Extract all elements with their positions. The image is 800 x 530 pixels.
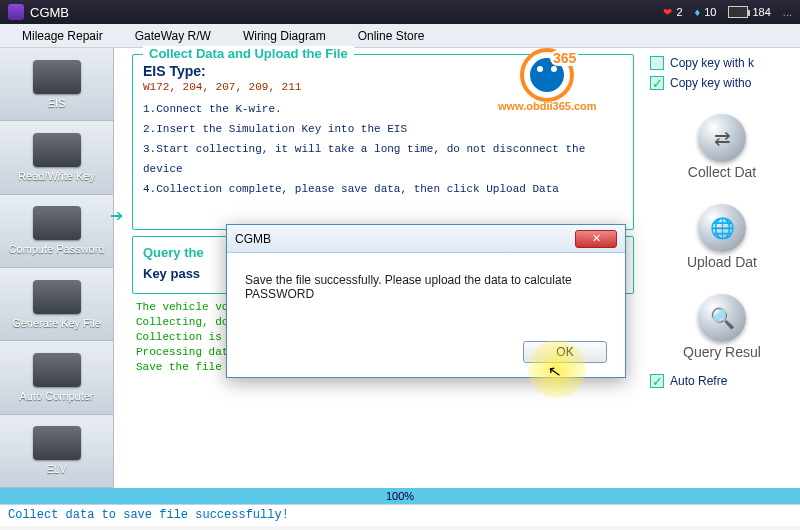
menu-bar: Mileage Repair GateWay R/W Wiring Diagra… <box>0 24 800 48</box>
elv-icon <box>33 426 81 460</box>
sidebar: EIS Read/Write Key Compute Password Gene… <box>0 48 114 488</box>
sidebar-item-label: Read/Write Key <box>18 170 95 182</box>
eis-type-values: W172, 204, 207, 209, 211 <box>143 81 623 93</box>
dialog-close-button[interactable]: ✕ <box>575 230 617 248</box>
battery-stat: 184 <box>728 6 770 18</box>
progress-bar: 100% <box>0 488 800 504</box>
step-line: 3.Start collecting, it will take a long … <box>143 139 623 179</box>
heart-count: 2 <box>676 6 682 18</box>
copy-key-without-row[interactable]: ✓ Copy key witho <box>650 76 794 90</box>
menu-wiring-diagram[interactable]: Wiring Diagram <box>227 26 342 46</box>
sidebar-item-label: Compute Password <box>9 243 105 255</box>
app-logo-icon <box>8 4 24 20</box>
dialog-footer: OK <box>227 333 625 377</box>
sidebar-item-label: EIS <box>48 97 66 109</box>
copy-without-label: Copy key witho <box>670 76 751 90</box>
menu-online-store[interactable]: Online Store <box>342 26 441 46</box>
sidebar-item-label: Auto Computer <box>20 390 94 402</box>
sidebar-item-compute-password[interactable]: Compute Password <box>0 195 113 268</box>
upload-data-label: Upload Dat <box>687 254 757 270</box>
query-result-label: Query Resul <box>683 344 761 360</box>
battery-icon <box>728 6 748 18</box>
usb-icon: ⇄ <box>698 114 746 162</box>
eis-type-label: EIS Type: <box>143 63 623 79</box>
eis-icon <box>33 60 81 94</box>
diamond-stat: ♦ 10 <box>695 6 717 18</box>
right-panel: Copy key with k ✓ Copy key witho ⇄ Colle… <box>644 48 800 488</box>
search-icon: 🔍 <box>698 294 746 342</box>
step-line: 2.Insert the Simulation Key into the EIS <box>143 119 623 139</box>
compute-icon <box>33 206 81 240</box>
sidebar-item-read-write-key[interactable]: Read/Write Key <box>0 121 113 194</box>
sidebar-item-label: ELV <box>47 463 67 475</box>
status-bar: Collect data to save file successfully! <box>0 504 800 526</box>
query-result-button[interactable]: 🔍 Query Resul <box>650 294 794 360</box>
copy-with-label: Copy key with k <box>670 56 754 70</box>
checkbox-unchecked-icon[interactable] <box>650 56 664 70</box>
ecu-icon <box>33 353 81 387</box>
dialog-title: CGMB <box>235 232 575 246</box>
step-line: 1.Connect the K-wire. <box>143 99 623 119</box>
diamond-icon: ♦ <box>695 6 701 18</box>
file-icon <box>33 280 81 314</box>
menu-gateway-rw[interactable]: GateWay R/W <box>119 26 227 46</box>
title-bar: CGMB ❤ 2 ♦ 10 184 ... <box>0 0 800 24</box>
menu-mileage-repair[interactable]: Mileage Repair <box>6 26 119 46</box>
collect-legend: Collect Data and Upload the File <box>143 46 354 61</box>
sidebar-item-eis[interactable]: EIS <box>0 48 113 121</box>
heart-icon: ❤ <box>663 6 672 19</box>
auto-refresh-row[interactable]: ✓ Auto Refre <box>650 374 794 388</box>
heart-stat: ❤ 2 <box>663 6 682 19</box>
dialog-message: Save the file successfully. Please uploa… <box>227 253 625 333</box>
diamond-count: 10 <box>704 6 716 18</box>
sidebar-item-elv[interactable]: ELV <box>0 415 113 488</box>
copy-key-with-row[interactable]: Copy key with k <box>650 56 794 70</box>
sidebar-item-label: Generate Key File <box>12 317 101 329</box>
app-title: CGMB <box>30 5 651 20</box>
upload-data-button[interactable]: 🌐 Upload Dat <box>650 204 794 270</box>
collect-fieldset: Collect Data and Upload the File EIS Typ… <box>132 54 634 230</box>
key-icon <box>33 133 81 167</box>
progress-text: 100% <box>386 490 414 502</box>
sidebar-item-generate-key-file[interactable]: Generate Key File <box>0 268 113 341</box>
globe-icon: 🌐 <box>698 204 746 252</box>
dialog-titlebar[interactable]: CGMB ✕ <box>227 225 625 253</box>
save-success-dialog: CGMB ✕ Save the file successfully. Pleas… <box>226 224 626 378</box>
checkbox-checked-icon[interactable]: ✓ <box>650 76 664 90</box>
overflow-stat: ... <box>783 6 792 18</box>
auto-refresh-label: Auto Refre <box>670 374 727 388</box>
steps-block: 1.Connect the K-wire. 2.Insert the Simul… <box>143 99 623 199</box>
close-icon: ✕ <box>592 232 601 245</box>
step-line: 4.Collection complete, please save data,… <box>143 179 623 199</box>
collect-data-button[interactable]: ⇄ Collect Dat <box>650 114 794 180</box>
battery-value: 184 <box>752 6 770 18</box>
sidebar-item-auto-computer[interactable]: Auto Computer <box>0 341 113 414</box>
collect-data-label: Collect Dat <box>688 164 756 180</box>
step-marker-arrow-icon: ➔ <box>110 206 123 225</box>
dialog-ok-button[interactable]: OK <box>523 341 607 363</box>
checkbox-checked-icon[interactable]: ✓ <box>650 374 664 388</box>
